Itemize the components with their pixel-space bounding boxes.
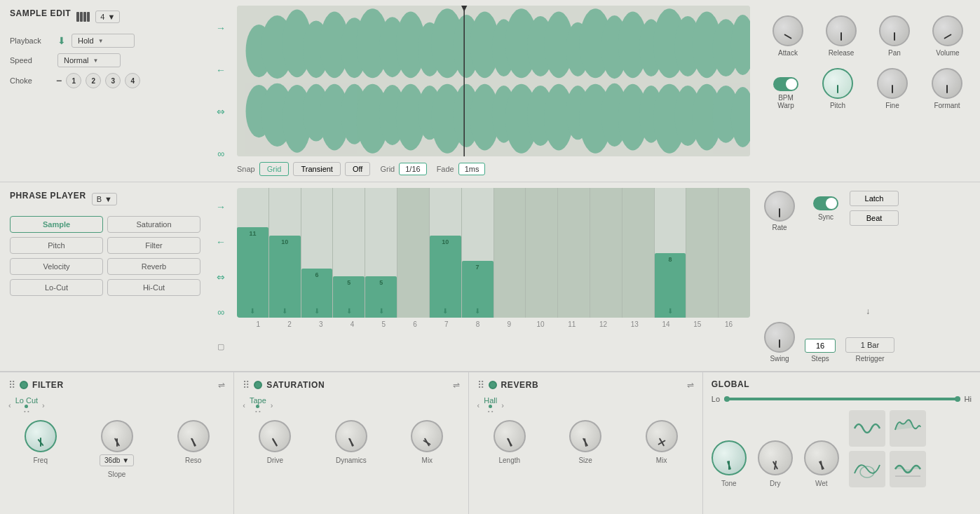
sat-settings-icon[interactable]: ⇌ (453, 380, 460, 390)
rate-knob[interactable] (764, 191, 795, 222)
step-16[interactable] (719, 188, 750, 318)
step-5[interactable]: 5 ⬇ (365, 188, 397, 318)
step-6[interactable] (397, 188, 430, 318)
wet-knob[interactable] (804, 440, 839, 475)
rev-mix-label: Mix (656, 456, 667, 464)
phrase-back-arrow[interactable]: ← (216, 237, 226, 247)
choke-btn-3[interactable]: 3 (105, 73, 121, 88)
bpm-warp-item: BPMWarp (773, 77, 798, 109)
choke-btn-2[interactable]: 2 (86, 73, 101, 88)
pan-knob[interactable] (879, 15, 910, 46)
snap-grid-btn[interactable]: Grid (259, 162, 290, 176)
snap-label: Snap (237, 165, 255, 173)
slope-knob[interactable] (101, 420, 133, 452)
attack-knob[interactable] (773, 15, 803, 46)
choke-minus[interactable]: − (56, 75, 62, 86)
reverb-panel: ⠿ REVERB ⇌ ‹ Hall • • › Length (469, 372, 703, 514)
step-2[interactable]: 10 ⬇ (269, 188, 301, 318)
phrase-pitch-btn[interactable]: Pitch (10, 237, 103, 254)
icon-wave3[interactable] (849, 451, 885, 487)
step-13[interactable] (622, 188, 655, 318)
step-15[interactable] (686, 188, 719, 318)
step-3[interactable]: 6 ⬇ (301, 188, 334, 318)
fade-value[interactable]: 1ms (458, 163, 486, 175)
step-9[interactable] (494, 188, 526, 318)
sat-toggle[interactable] (254, 381, 262, 389)
reso-knob[interactable] (177, 420, 210, 452)
step-10[interactable] (526, 188, 558, 318)
icon-wave4[interactable] (890, 451, 926, 487)
phrase-locut-btn[interactable]: Lo-Cut (10, 279, 103, 296)
beat-btn[interactable]: Beat (850, 210, 899, 226)
filter-type-right[interactable]: › (42, 401, 45, 410)
step-7[interactable]: 10 ⬇ (430, 188, 462, 318)
sat-mix-knob[interactable] (411, 420, 443, 452)
volume-knob[interactable] (932, 15, 963, 46)
pitch-knob[interactable] (822, 68, 853, 99)
snap-off-btn[interactable]: Off (345, 162, 370, 176)
sync-toggle[interactable] (813, 196, 838, 210)
infinity-btn[interactable]: ∞ (217, 149, 224, 158)
phrase-infinity-btn[interactable]: ∞ (217, 307, 224, 317)
sat-type-right[interactable]: › (271, 401, 273, 410)
step-14[interactable]: 8 ⬇ (655, 188, 687, 318)
back-arrow[interactable]: ← (216, 65, 226, 75)
swing-knob[interactable] (764, 322, 795, 353)
grid-value[interactable]: 1/16 (399, 163, 426, 175)
filter-settings-icon[interactable]: ⇌ (218, 380, 225, 390)
rev-drag-handle: ⠿ (477, 379, 484, 391)
dynamics-knob[interactable] (335, 420, 367, 452)
rev-mix-knob[interactable] (646, 420, 678, 452)
drive-knob[interactable] (259, 420, 291, 452)
snap-transient-btn[interactable]: Transient (293, 162, 340, 176)
release-knob[interactable] (826, 15, 857, 46)
phrase-button-grid: Sample Saturation Pitch Filter Velocity … (10, 216, 200, 296)
phrase-filter-btn[interactable]: Filter (107, 237, 200, 254)
phrase-forward-arrow[interactable]: → (216, 202, 226, 212)
dry-knob[interactable] (758, 440, 793, 475)
step-8[interactable]: 7 ⬇ (462, 188, 494, 318)
num-select[interactable]: 4 ▼ (95, 11, 120, 23)
phrase-reverb-btn[interactable]: Reverb (107, 258, 200, 275)
step-12[interactable] (590, 188, 622, 318)
phrase-saturation-btn[interactable]: Saturation (107, 216, 200, 233)
rev-type-right[interactable]: › (501, 401, 504, 410)
latch-btn[interactable]: Latch (850, 191, 899, 206)
step-11[interactable] (558, 188, 590, 318)
phrase-group-select[interactable]: B ▼ (92, 193, 117, 205)
phrase-sample-btn[interactable]: Sample (10, 216, 103, 233)
phrase-velocity-btn[interactable]: Velocity (10, 258, 103, 275)
speed-dropdown[interactable]: Normal ▼ (57, 53, 121, 67)
steps-input[interactable] (805, 339, 836, 353)
lo-hi-slider[interactable]: Lo Hi (712, 395, 972, 403)
rev-toggle[interactable] (489, 381, 497, 389)
freq-knob[interactable] (25, 420, 57, 452)
step-1[interactable]: 11 ⬇ (237, 188, 269, 318)
choke-btn-1[interactable]: 1 (66, 73, 81, 88)
tone-knob[interactable] (712, 440, 747, 475)
phrase-hicut-btn[interactable]: Hi-Cut (107, 279, 200, 296)
fine-knob[interactable] (877, 68, 908, 99)
phrase-square-btn[interactable]: ▢ (217, 342, 224, 351)
choke-btn-4[interactable]: 4 (125, 73, 140, 88)
forward-arrow[interactable]: → (216, 23, 226, 33)
phrase-loop-arrow[interactable]: ⇔ (217, 272, 225, 282)
size-knob[interactable] (569, 420, 601, 452)
playback-dropdown[interactable]: Hold ▼ (72, 34, 135, 48)
retrigger-btn[interactable]: 1 Bar (845, 337, 894, 353)
drive-knob-group: Drive (259, 420, 291, 464)
sat-type-left[interactable]: ‹ (243, 401, 245, 410)
loop-arrow[interactable]: ⇔ (217, 107, 225, 116)
length-knob[interactable] (494, 420, 526, 452)
slope-dropdown[interactable]: 36db ▼ (100, 454, 134, 466)
bpm-warp-toggle[interactable] (773, 77, 798, 91)
formant-knob[interactable] (932, 68, 962, 99)
icon-wave1[interactable] (849, 410, 885, 447)
rev-settings-icon[interactable]: ⇌ (687, 380, 694, 390)
rev-type-left[interactable]: ‹ (477, 401, 480, 410)
release-label: Release (829, 49, 855, 57)
icon-wave2[interactable] (890, 410, 926, 447)
filter-type-left[interactable]: ‹ (8, 401, 11, 410)
filter-toggle[interactable] (20, 381, 28, 389)
step-4[interactable]: 5 ⬇ (333, 188, 365, 318)
